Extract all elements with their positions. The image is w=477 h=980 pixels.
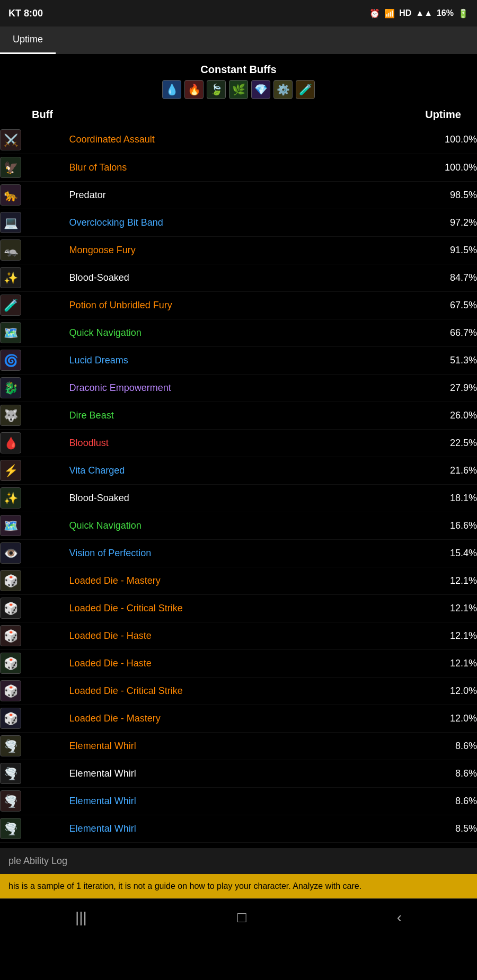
table-row: 🎲Loaded Die - Critical Strike12.0% — [0, 677, 477, 705]
status-time: KT 8:00 — [8, 8, 43, 19]
table-row: 🐉Draconic Empowerment27.9% — [0, 374, 477, 402]
table-row: 🧪Potion of Unbridled Fury67.5% — [0, 291, 477, 319]
buff-icon: 🗺️ — [0, 322, 21, 343]
buff-name: Loaded Die - Critical Strike — [69, 677, 334, 705]
buff-uptime: 8.6% — [334, 787, 477, 815]
buff-icon: 🐉 — [0, 377, 21, 398]
buff-name: Loaded Die - Mastery — [69, 567, 334, 594]
buff-icon-cell: 💻 — [0, 209, 69, 236]
buff-icon: 🩸 — [0, 432, 21, 453]
buff-icon-cell: 🌀 — [0, 346, 69, 374]
buff-icon: 🎲 — [0, 598, 21, 619]
nav-back-button[interactable]: ‹ — [397, 909, 402, 926]
alarm-icon: ⏰ — [369, 8, 380, 19]
table-row: 👁️Vision of Perfection15.4% — [0, 539, 477, 567]
nav-home-button[interactable]: □ — [237, 909, 246, 926]
table-row: 🌪️Elemental Whirl8.6% — [0, 787, 477, 815]
buff-name: Dire Beast — [69, 402, 334, 429]
table-row: ⚔️Coordinated Assault100.0% — [0, 126, 477, 154]
buff-icon-cell: 🐆 — [0, 181, 69, 209]
buff-icon: 🗺️ — [0, 515, 21, 536]
buff-uptime: 21.6% — [334, 457, 477, 484]
buff-uptime: 100.0% — [334, 154, 477, 181]
buff-name: Vision of Perfection — [69, 539, 334, 567]
col-buff: Buff — [0, 104, 334, 126]
buff-uptime: 100.0% — [334, 126, 477, 154]
table-row: 🎲Loaded Die - Haste12.1% — [0, 649, 477, 677]
buff-name: Blood-Soaked — [69, 264, 334, 291]
warning-text: his is a sample of 1 iteration, it is no… — [8, 881, 361, 890]
buff-icon-cell: 🌪️ — [0, 760, 69, 787]
nav-menu-button[interactable]: ||| — [75, 909, 87, 926]
table-row: 🗺️Quick Navigation66.7% — [0, 319, 477, 346]
warning-bar: his is a sample of 1 iteration, it is no… — [0, 874, 477, 898]
buff-icon: 🎲 — [0, 653, 21, 674]
buff-icon-cell: 🦅 — [0, 154, 69, 181]
buff-name: Quick Navigation — [69, 319, 334, 346]
buff-icon-cell: 🌪️ — [0, 732, 69, 760]
buff-icon-cell: 🌪️ — [0, 787, 69, 815]
buff-icon-cell: 🧪 — [0, 291, 69, 319]
buff-uptime: 51.3% — [334, 346, 477, 374]
tab-uptime[interactable]: Uptime — [0, 26, 56, 54]
table-row: 🐺Dire Beast26.0% — [0, 402, 477, 429]
table-row: 🎲Loaded Die - Critical Strike12.1% — [0, 594, 477, 622]
buff-icon-2: 🔥 — [184, 80, 204, 99]
buff-uptime: 8.6% — [334, 760, 477, 787]
buff-icon-row: 💧 🔥 🍃 🌿 💎 ⚙️ 🧪 — [0, 80, 477, 99]
buff-icon-cell: 🩸 — [0, 429, 69, 457]
battery-text: 16% — [437, 8, 454, 18]
buff-name: Potion of Unbridled Fury — [69, 291, 334, 319]
buff-icon-5: 💎 — [251, 80, 270, 99]
buff-name: Elemental Whirl — [69, 815, 334, 842]
buff-icon: 🐆 — [0, 184, 21, 206]
table-row: 🗺️Quick Navigation16.6% — [0, 512, 477, 539]
table-row: 🩸Bloodlust22.5% — [0, 429, 477, 457]
buff-icon: 🌪️ — [0, 763, 21, 784]
buff-name: Coordinated Assault — [69, 126, 334, 154]
buff-name: Elemental Whirl — [69, 760, 334, 787]
table-row: 🎲Loaded Die - Haste12.1% — [0, 622, 477, 649]
buff-icon-cell: 🎲 — [0, 594, 69, 622]
table-row: ⚡Vita Charged21.6% — [0, 457, 477, 484]
buff-uptime: 12.1% — [334, 567, 477, 594]
buff-uptime: 12.1% — [334, 649, 477, 677]
buff-name: Lucid Dreams — [69, 346, 334, 374]
buff-name: Loaded Die - Haste — [69, 622, 334, 649]
buff-uptime: 97.2% — [334, 209, 477, 236]
buff-name: Blood-Soaked — [69, 484, 334, 512]
section-title: Constant Buffs — [0, 64, 477, 76]
buff-icon: ✨ — [0, 487, 21, 509]
buff-icon-1: 💧 — [162, 80, 181, 99]
buff-uptime: 26.0% — [334, 402, 477, 429]
buff-icon-cell: ⚔️ — [0, 126, 69, 154]
table-row: 🌀Lucid Dreams51.3% — [0, 346, 477, 374]
buff-icon: 💻 — [0, 212, 21, 233]
buff-name: Loaded Die - Haste — [69, 649, 334, 677]
buff-uptime: 91.5% — [334, 236, 477, 264]
buff-icon-cell: 🎲 — [0, 567, 69, 594]
buff-name: Elemental Whirl — [69, 787, 334, 815]
buff-icon-cell: 🎲 — [0, 677, 69, 705]
buff-name: Overclocking Bit Band — [69, 209, 334, 236]
buff-icon: 🌪️ — [0, 818, 21, 839]
buff-uptime: 84.7% — [334, 264, 477, 291]
buff-icon-4: 🌿 — [229, 80, 248, 99]
buff-uptime: 12.1% — [334, 594, 477, 622]
table-row: 🎲Loaded Die - Mastery12.0% — [0, 705, 477, 732]
buff-icon-cell: ⚡ — [0, 457, 69, 484]
buff-icon: 🦅 — [0, 157, 21, 178]
buff-icon: 🎲 — [0, 680, 21, 701]
buff-icon-3: 🍃 — [207, 80, 226, 99]
buff-icon: 🦡 — [0, 239, 21, 261]
buff-uptime: 66.7% — [334, 319, 477, 346]
table-row: ✨Blood-Soaked18.1% — [0, 484, 477, 512]
signal-icon: ▲▲ — [416, 8, 432, 18]
buff-icon-cell: 🎲 — [0, 649, 69, 677]
buff-name: Loaded Die - Mastery — [69, 705, 334, 732]
buff-icon-cell: 🐉 — [0, 374, 69, 402]
buff-icon: 🌪️ — [0, 735, 21, 756]
buff-icon-cell: 🌪️ — [0, 815, 69, 842]
buff-name: Draconic Empowerment — [69, 374, 334, 402]
buff-name: Predator — [69, 181, 334, 209]
